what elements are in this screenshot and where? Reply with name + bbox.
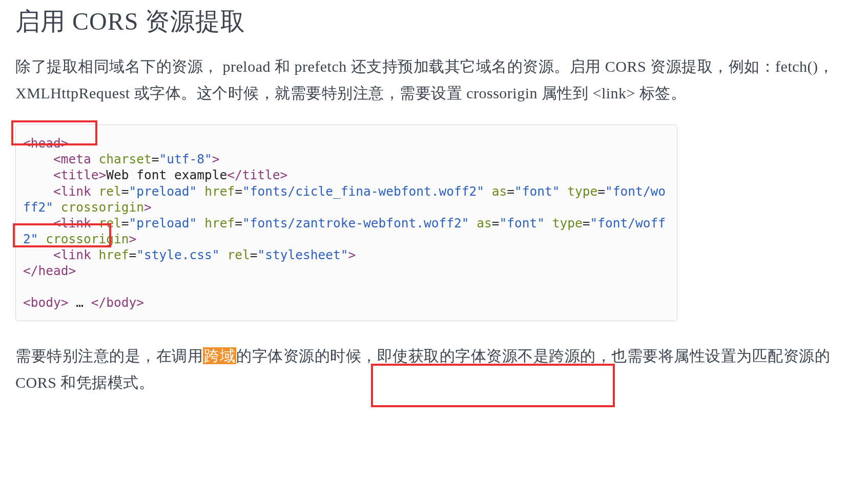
- code-link2-v2: "fonts/zantroke-webfont.woff2": [242, 216, 469, 231]
- code-link2-sp3: [469, 216, 477, 231]
- code-link1-a5: crossorigin: [61, 200, 144, 215]
- code-body-close-tag: body: [106, 295, 136, 310]
- code-link2-e2: =: [235, 216, 242, 231]
- code-meta-open: <: [23, 152, 61, 166]
- code-link2-tag: link: [61, 216, 91, 231]
- code-link1-e1: =: [121, 184, 129, 199]
- code-link2-sp5: [38, 232, 46, 246]
- code-link3-tag: link: [61, 247, 91, 262]
- code-link3-sp2: [220, 247, 228, 262]
- code-title-close: >: [280, 168, 288, 182]
- code-link1-v1: "preload": [129, 184, 197, 199]
- code-link1-a1: rel: [99, 184, 121, 199]
- code-link2-e4: =: [583, 216, 590, 231]
- code-head-close: </head>: [23, 263, 76, 278]
- code-link2-v3: "font": [499, 216, 545, 231]
- code-meta-close: >: [212, 152, 220, 166]
- code-link3-close: >: [348, 247, 356, 262]
- code-title-open: <: [23, 168, 61, 182]
- code-meta-attr: charset: [99, 152, 152, 166]
- code-link1-a4: type: [567, 184, 597, 199]
- code-link1-e4: =: [597, 184, 605, 199]
- code-title-text: Web font example: [106, 168, 227, 182]
- code-link2-a2: href: [204, 216, 235, 231]
- code-content: <head> <meta charset="utf-8"> <title>Web…: [23, 135, 670, 310]
- paragraph-1: 除了提取相同域名下的资源， preload 和 prefetch 还支持预加载其…: [15, 53, 853, 106]
- code-link2-a5: crossorigin: [46, 232, 129, 246]
- code-link1-v2: "fonts/cicle_fina-webfont.woff2": [242, 184, 484, 199]
- code-link1-sp3: [484, 184, 492, 199]
- para2-seg1: 需要特别注意的是，在调用: [15, 347, 203, 364]
- para1-seg2: crossorigin: [466, 85, 542, 101]
- code-title-close-tag: title: [242, 168, 280, 182]
- code-link1-sp4: [560, 184, 567, 199]
- code-link3-open: <: [23, 247, 61, 262]
- code-link2-close: >: [129, 232, 137, 246]
- code-body-text: …: [69, 295, 91, 310]
- para1-seg1: 除了提取相同域名下的资源， preload 和 prefetch 还支持预加载其…: [15, 58, 834, 101]
- paragraph-2: 需要特别注意的是，在调用跨域的字体资源的时候，即使获取的字体资源不是跨源的，也需…: [15, 343, 853, 395]
- code-link1-open: <: [23, 184, 61, 199]
- code-link2-e3: =: [492, 216, 500, 231]
- code-title-close-open: </: [227, 168, 242, 182]
- code-link1-sp2: [197, 184, 204, 199]
- code-link3-v1: "style.css": [136, 247, 219, 262]
- code-head-open: <head>: [23, 136, 69, 151]
- code-link2-e1: =: [121, 216, 129, 231]
- code-title-tag: title: [61, 168, 99, 182]
- code-body-open: <: [23, 295, 31, 310]
- code-meta-tag: meta: [61, 152, 91, 166]
- page-title: 启用 CORS 资源提取: [15, 5, 853, 38]
- code-title-gt: >: [99, 168, 107, 182]
- code-link1-sp5: [53, 200, 61, 215]
- code-body-close-open: </: [91, 295, 107, 310]
- code-link1-sp1: [91, 184, 99, 199]
- code-body-close: >: [136, 295, 144, 310]
- code-link1-close: >: [144, 200, 152, 215]
- code-link3-sp1: [91, 247, 99, 262]
- code-link2-sp2: [197, 216, 204, 231]
- code-block: <head> <meta charset="utf-8"> <title>Web…: [15, 124, 677, 321]
- code-body-gt: >: [61, 295, 69, 310]
- document-page: 启用 CORS 资源提取 除了提取相同域名下的资源， preload 和 pre…: [0, 5, 868, 502]
- code-link2-sp1: [91, 216, 99, 231]
- code-link1-a2: href: [204, 184, 235, 199]
- code-meta-eq: =: [152, 152, 159, 166]
- para2-highlight: 跨域: [203, 347, 236, 364]
- code-link2-a1: rel: [99, 216, 121, 231]
- code-link2-a3: as: [477, 216, 492, 231]
- para2-seg3: 的字体资源的时候，: [236, 347, 377, 364]
- code-link2-open: <: [23, 216, 61, 231]
- code-meta-val: "utf-8": [159, 152, 212, 166]
- para1-seg3: 属性到 <link> 标签。: [542, 85, 687, 101]
- code-link1-v3: "font": [514, 184, 560, 199]
- code-meta-sp: [91, 152, 99, 166]
- code-link3-e2: =: [250, 247, 258, 262]
- code-link1-a3: as: [492, 184, 507, 199]
- code-link3-e1: =: [129, 247, 137, 262]
- code-link2-a4: type: [552, 216, 583, 231]
- code-link2-sp4: [545, 216, 552, 231]
- code-link3-v2: "stylesheet": [257, 247, 348, 262]
- code-link2-v1: "preload": [129, 216, 197, 231]
- code-link1-e2: =: [235, 184, 242, 199]
- code-link1-e3: =: [507, 184, 514, 199]
- code-body-tag: body: [31, 295, 61, 310]
- code-link3-a1: href: [99, 247, 129, 262]
- para2-seg4: 即使获取的字体资源不是跨源的，: [377, 347, 612, 364]
- code-link3-a2: rel: [227, 247, 250, 262]
- code-link1-tag: link: [61, 184, 91, 199]
